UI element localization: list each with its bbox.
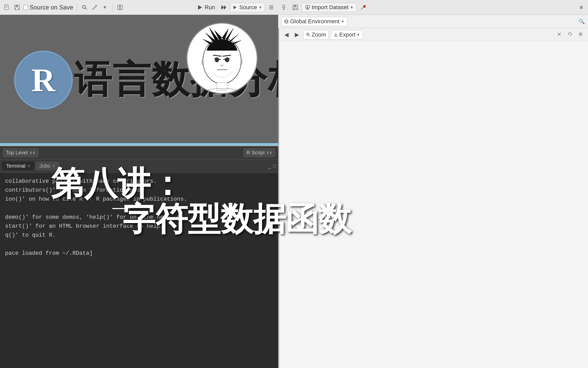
- env-brush-icon[interactable]: [281, 4, 289, 11]
- env-subbar: Global Environment ▼ 🔍: [278, 15, 588, 28]
- horizontal-divider: [0, 145, 278, 146]
- manga-sketch-svg: [189, 25, 255, 91]
- top-level-label: Top Level: [6, 150, 28, 156]
- svg-marker-15: [96, 5, 97, 6]
- svg-rect-16: [118, 5, 120, 10]
- toolbar-separator-2: [112, 3, 113, 12]
- console-line-2: contributors()' for more information and: [5, 186, 273, 195]
- toolbar-separator-1: [77, 3, 77, 12]
- svg-rect-30: [293, 8, 297, 10]
- console-text-area[interactable]: collaborative project with many contribu…: [0, 173, 278, 262]
- svg-rect-32: [308, 5, 310, 8]
- svg-rect-35: [364, 5, 365, 7]
- svg-point-53: [225, 57, 229, 62]
- svg-rect-10: [16, 8, 18, 9]
- svg-line-12: [85, 8, 87, 10]
- refresh-icon[interactable]: [566, 30, 574, 39]
- editor-main: R 语言数据分析: [0, 15, 278, 145]
- run-button[interactable]: Run: [194, 3, 217, 12]
- svg-line-34: [361, 7, 364, 10]
- env-save-icon[interactable]: [291, 4, 299, 11]
- export-button[interactable]: Export ▼: [331, 30, 363, 39]
- svg-marker-19: [221, 5, 224, 10]
- settings-icon[interactable]: [576, 30, 585, 39]
- right-pane-content: [279, 56, 588, 368]
- import-dataset-label: Import Dataset: [312, 4, 348, 11]
- delete-plot-icon[interactable]: [555, 30, 564, 39]
- terminal-tab[interactable]: Terminal ✕: [2, 162, 34, 170]
- console-pane: Top Level ⬆⬇ R Script ⬆⬇ Terminal ✕ Jobs…: [0, 146, 278, 368]
- r-script-button[interactable]: R Script ⬆⬇: [244, 148, 275, 157]
- plots-back-icon[interactable]: ◀: [282, 30, 291, 39]
- zoom-button[interactable]: Zoom: [303, 30, 329, 39]
- svg-rect-31: [305, 5, 308, 8]
- top-level-button[interactable]: Top Level ⬆⬇: [3, 148, 38, 157]
- svg-marker-21: [234, 6, 237, 9]
- save-icon[interactable]: [13, 4, 21, 11]
- terminal-tab-label: Terminal: [6, 163, 26, 169]
- svg-line-13: [92, 6, 96, 10]
- search-icon[interactable]: [81, 4, 88, 11]
- console-tabs: Terminal ✕ Jobs ✕ _ □: [0, 159, 278, 173]
- manga-avatar: [186, 22, 258, 94]
- console-line-3: ion()' on how to cite R or R packages in…: [5, 195, 273, 204]
- svg-rect-8: [16, 5, 18, 7]
- r-letter: R: [31, 63, 55, 97]
- list-view-button[interactable]: ≡: [578, 3, 585, 12]
- jobs-tab[interactable]: Jobs ✕: [35, 162, 59, 170]
- source-on-save-label: Source on Save: [30, 4, 73, 11]
- layout-icon[interactable]: [116, 4, 124, 11]
- env-toolbar: Import Dataset ▼ ≡: [278, 0, 588, 15]
- source-on-save-checkbox-label[interactable]: Source on Save: [23, 4, 73, 11]
- right-pane: Files Plots Packages Help Viewer ◀ ▶ Zoo…: [279, 15, 588, 368]
- console-line-5: demo()' for some demos, 'help()' for on-…: [5, 213, 273, 222]
- import-dropdown-icon: ▼: [350, 5, 353, 9]
- plots-forward-icon[interactable]: ▶: [293, 30, 301, 39]
- right-pane-toolbar: ◀ ▶ Zoom Export ▼: [279, 28, 588, 41]
- run-label: Run: [205, 4, 215, 11]
- svg-point-52: [215, 57, 219, 62]
- r-logo: R: [14, 51, 73, 109]
- jobs-tab-label: Jobs: [40, 163, 50, 169]
- dropdown-arrow-icon[interactable]: ▼: [101, 4, 109, 11]
- wand-icon[interactable]: [91, 4, 99, 11]
- console-line-6: start()' for an HTML browser interface t…: [5, 222, 273, 231]
- r-script-label: R Script: [247, 150, 265, 156]
- svg-point-11: [82, 5, 85, 8]
- console-line-1: collaborative project with many contribu…: [5, 177, 273, 186]
- source-dropdown-icon: ▼: [259, 5, 262, 9]
- jobs-tab-close[interactable]: ✕: [52, 164, 55, 168]
- svg-point-63: [580, 33, 581, 35]
- global-env-dropdown-icon: ▼: [341, 19, 345, 24]
- svg-rect-33: [307, 8, 309, 9]
- terminal-tab-close[interactable]: ✕: [27, 164, 30, 168]
- console-line-7: q()' to quit R.: [5, 231, 273, 240]
- source-button[interactable]: Source ▼: [230, 3, 265, 12]
- rerun-icon[interactable]: [220, 4, 228, 11]
- more-options-icon[interactable]: [267, 4, 275, 11]
- svg-rect-17: [120, 5, 122, 10]
- new-file-icon[interactable]: [3, 4, 11, 11]
- global-env-label: Global Environment: [290, 18, 339, 25]
- console-subbar: Top Level ⬆⬇ R Script ⬆⬇: [0, 146, 278, 159]
- blue-horizontal-line: [0, 143, 278, 145]
- console-line-9: pace loaded from ~/.RData]: [5, 249, 273, 258]
- minimize-console-icon[interactable]: _: [268, 163, 271, 169]
- source-label: Source: [239, 4, 257, 11]
- vertical-divider: [278, 0, 279, 368]
- top-level-dropdown-icon: ⬆⬇: [29, 151, 35, 155]
- import-dataset-button[interactable]: Import Dataset ▼: [302, 3, 357, 12]
- global-environment-button[interactable]: Global Environment ▼: [281, 17, 347, 26]
- svg-line-57: [309, 35, 310, 37]
- svg-rect-29: [294, 5, 296, 7]
- source-on-save-checkbox[interactable]: [23, 5, 28, 10]
- svg-point-27: [283, 9, 284, 10]
- brush2-icon[interactable]: [359, 4, 367, 11]
- list-icon: ≡: [580, 4, 583, 10]
- export-label: Export: [339, 31, 356, 38]
- maximize-console-icon[interactable]: □: [273, 163, 276, 169]
- svg-marker-20: [224, 5, 226, 10]
- env-search-icon[interactable]: 🔍: [579, 18, 585, 25]
- title-card: R 语言数据分析: [0, 15, 278, 145]
- svg-marker-18: [198, 5, 202, 10]
